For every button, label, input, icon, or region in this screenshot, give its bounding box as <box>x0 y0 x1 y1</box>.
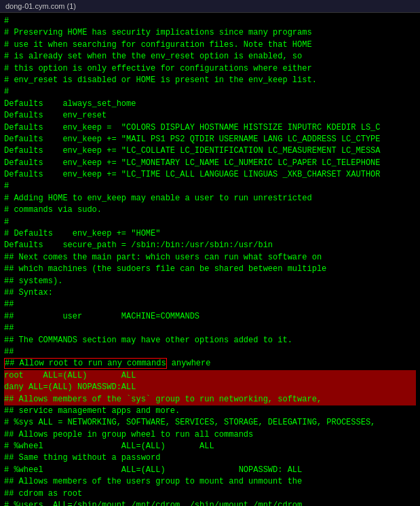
terminal-line: ## The COMMANDS section may have other o… <box>4 335 416 346</box>
terminal-line: ## Allow root to run any commands anywhe… <box>4 358 416 369</box>
terminal-line: # <box>4 86 416 98</box>
terminal-line: ## Same thing without a password <box>4 452 416 464</box>
terminal-line: # Preserving HOME has security implicati… <box>4 27 416 39</box>
terminal-line: Defaults env_keep += "LC_MONETARY LC_NAM… <box>4 158 416 169</box>
terminal-line: # env_reset is disabled or HOME is prese… <box>4 75 416 86</box>
terminal-line: Defaults env_reset <box>4 110 416 122</box>
terminal-line: # commands via sudo. <box>4 204 416 216</box>
terminal-line: ## <box>4 346 416 358</box>
terminal-line: Defaults env_keep = "COLORS DISPLAY HOST… <box>4 122 416 134</box>
terminal-line: ## which machines (the sudoers file can … <box>4 264 416 275</box>
terminal-line: # %sys ALL = NETWORKING, SOFTWARE, SERVI… <box>4 417 416 429</box>
terminal-line: ## Syntax: <box>4 287 416 299</box>
terminal-line: ## Allows members of the `sys` group to … <box>4 394 416 405</box>
terminal-line: ## Next comes the main part: which users… <box>4 252 416 264</box>
terminal-line: # <box>4 16 416 27</box>
terminal-line: # %users ALL=/sbin/mount /mnt/cdrom, /sb… <box>4 500 416 506</box>
terminal-line: # <box>4 217 416 228</box>
terminal-line: # %wheel ALL=(ALL) NOPASSWD: ALL <box>4 465 416 476</box>
terminal-line: ## user MACHINE=COMMANDS <box>4 311 416 323</box>
terminal-content: ## Preserving HOME has security implicat… <box>0 13 420 506</box>
terminal-line: # Adding HOME to env_keep may enable a u… <box>4 193 416 204</box>
terminal-line: ## <box>4 299 416 310</box>
terminal-line: # use it when searching for configuratio… <box>4 39 416 51</box>
terminal-line: ## Allows members of the users group to … <box>4 476 416 488</box>
terminal-line: ## service management apps and more. <box>4 405 416 417</box>
terminal-line: Defaults env_keep += "LC_COLLATE LC_IDEN… <box>4 145 416 157</box>
terminal-line: Defaults env_keep += "MAIL PS1 PS2 QTDIR… <box>4 134 416 145</box>
terminal-line: # %wheel ALL=(ALL) ALL <box>4 441 416 452</box>
terminal-line: ## <box>4 323 416 334</box>
terminal-line: Defaults env_keep += "LC_TIME LC_ALL LAN… <box>4 169 416 181</box>
title-text: dong-01.cym.com (1) <box>5 2 76 10</box>
terminal-line: Defaults secure_path = /sbin:/bin:/usr/s… <box>4 240 416 251</box>
terminal-line: ## Allows people in group wheel to run a… <box>4 429 416 441</box>
title-bar: dong-01.cym.com (1) <box>0 0 420 13</box>
terminal-line: Defaults always_set_home <box>4 98 416 110</box>
terminal-line: ## cdrom as root <box>4 488 416 500</box>
terminal-line: # Defaults env_keep += "HOME" <box>4 228 416 240</box>
terminal-line: # is already set when the the env_reset … <box>4 51 416 62</box>
terminal-line: dany ALL=(ALL) NOPASSWD:ALL <box>4 382 416 393</box>
terminal-line: ## systems). <box>4 276 416 287</box>
terminal-line: # this option is only effective for conf… <box>4 63 416 75</box>
terminal-line: # <box>4 181 416 192</box>
terminal-line: root ALL=(ALL) ALL <box>4 370 416 382</box>
